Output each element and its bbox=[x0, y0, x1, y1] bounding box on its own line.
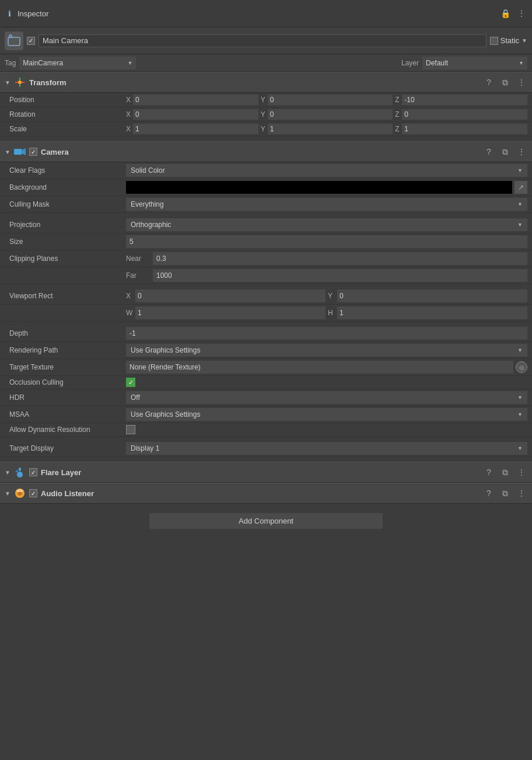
msaa-dropdown[interactable]: Use Graphics Settings ▼ bbox=[126, 408, 527, 421]
projection-dropdown[interactable]: Orthographic ▼ bbox=[126, 218, 527, 231]
header-bar: ℹ Inspector 🔒 ⋮ bbox=[0, 0, 532, 27]
flare-collapse-arrow: ▼ bbox=[5, 469, 10, 476]
target-display-row: Target Display Display 1 ▼ bbox=[0, 440, 532, 457]
transform-sliders-icon[interactable]: ⧉ bbox=[499, 76, 511, 88]
pos-y-label: Y bbox=[261, 96, 267, 104]
size-input[interactable] bbox=[126, 235, 527, 248]
culling-mask-label: Culling Mask bbox=[9, 200, 126, 208]
depth-label: Depth bbox=[9, 329, 126, 337]
vp-x-input[interactable] bbox=[135, 290, 326, 302]
pos-x-input[interactable] bbox=[133, 95, 258, 105]
vp-w-label: W bbox=[126, 309, 134, 317]
target-texture-input[interactable] bbox=[126, 361, 513, 374]
projection-value: Orthographic ▼ bbox=[126, 218, 527, 231]
audio-help-icon[interactable]: ? bbox=[483, 487, 495, 499]
audio-listener-section-header[interactable]: ▼ ✓ Audio Listener ? ⧉ ⋮ bbox=[0, 483, 532, 504]
msaa-label: MSAA bbox=[9, 410, 126, 419]
scale-y-label: Y bbox=[261, 125, 267, 133]
transform-menu-icon[interactable]: ⋮ bbox=[516, 76, 527, 88]
background-color-swatch[interactable] bbox=[126, 181, 512, 194]
scale-x-input[interactable] bbox=[133, 124, 258, 134]
hdr-dropdown[interactable]: Off ▼ bbox=[126, 391, 527, 404]
scale-label: Scale bbox=[9, 125, 126, 133]
audio-listener-enabled-checkbox[interactable]: ✓ bbox=[29, 489, 37, 497]
camera-section-header[interactable]: ▼ ✓ Camera ? ⧉ ⋮ bbox=[0, 141, 532, 162]
far-label: Far bbox=[126, 271, 149, 280]
rotation-value: X Y Z bbox=[126, 109, 527, 120]
target-texture-group: ◎ bbox=[126, 361, 527, 374]
transform-collapse-arrow: ▼ bbox=[5, 79, 10, 86]
culling-mask-value: Everything ▼ bbox=[126, 198, 527, 211]
tag-dropdown[interactable]: MainCamera ▼ bbox=[19, 57, 136, 69]
flare-menu-icon[interactable]: ⋮ bbox=[516, 466, 527, 478]
culling-mask-dropdown[interactable]: Everything ▼ bbox=[126, 198, 527, 211]
camera-enabled-checkbox[interactable]: ✓ bbox=[29, 148, 37, 156]
static-dropdown-arrow[interactable]: ▼ bbox=[522, 37, 527, 44]
viewport-xy-value: X Y bbox=[126, 290, 527, 302]
add-component-button[interactable]: Add Component bbox=[149, 513, 383, 529]
occlusion-culling-row: Occlusion Culling ✓ bbox=[0, 376, 532, 389]
target-display-dropdown[interactable]: Display 1 ▼ bbox=[126, 442, 527, 455]
audio-sliders-icon[interactable]: ⧉ bbox=[499, 487, 511, 499]
scale-y-input[interactable] bbox=[268, 124, 393, 134]
rot-x-input[interactable] bbox=[133, 109, 258, 120]
pos-z-label: Z bbox=[395, 96, 401, 104]
vp-w-input[interactable] bbox=[135, 306, 326, 319]
camera-title: Camera bbox=[41, 148, 69, 156]
object-name-input[interactable] bbox=[38, 34, 487, 47]
target-texture-row: Target Texture ◎ bbox=[0, 359, 532, 376]
background-color-picker[interactable]: ↗ bbox=[514, 181, 527, 194]
info-icon: ℹ bbox=[5, 9, 14, 18]
target-texture-value: ◎ bbox=[126, 361, 527, 374]
svg-marker-8 bbox=[22, 148, 26, 155]
flare-layer-section-header[interactable]: ▼ ✓ Flare Layer ? ⧉ ⋮ bbox=[0, 462, 532, 483]
scale-xyz: X Y Z bbox=[126, 124, 527, 134]
rot-x-label: X bbox=[126, 110, 132, 118]
clear-flags-dropdown[interactable]: Solid Color ▼ bbox=[126, 164, 527, 177]
allow-dynamic-res-checkbox[interactable] bbox=[126, 425, 135, 434]
layer-dropdown[interactable]: Default ▼ bbox=[422, 57, 527, 69]
object-enabled-checkbox[interactable]: ✓ bbox=[27, 37, 35, 45]
svg-rect-7 bbox=[14, 149, 22, 155]
camera-help-icon[interactable]: ? bbox=[483, 146, 495, 158]
audio-listener-title: Audio Listener bbox=[41, 489, 94, 498]
audio-collapse-arrow: ▼ bbox=[5, 490, 10, 497]
camera-sliders-icon[interactable]: ⧉ bbox=[499, 146, 511, 158]
spacer-1 bbox=[0, 137, 532, 141]
vp-y-input[interactable] bbox=[337, 290, 527, 302]
flare-layer-section-actions: ? ⧉ ⋮ bbox=[483, 466, 527, 478]
rotation-label: Rotation bbox=[9, 110, 126, 118]
background-row: Background ↗ bbox=[0, 179, 532, 196]
flare-layer-enabled-checkbox[interactable]: ✓ bbox=[29, 468, 37, 476]
rot-y-input[interactable] bbox=[268, 109, 393, 120]
tag-layer-row: Tag MainCamera ▼ Layer Default ▼ bbox=[0, 54, 532, 72]
viewport-wh-row: W H bbox=[0, 305, 532, 322]
camera-menu-icon[interactable]: ⋮ bbox=[516, 146, 527, 158]
add-component-row: Add Component bbox=[0, 504, 532, 538]
audio-menu-icon[interactable]: ⋮ bbox=[516, 487, 527, 499]
target-texture-picker[interactable]: ◎ bbox=[516, 361, 527, 373]
pos-y-input[interactable] bbox=[268, 95, 393, 105]
transform-section-header[interactable]: ▼ Transform ? ⧉ ⋮ bbox=[0, 72, 532, 93]
allow-dynamic-res-value bbox=[126, 425, 527, 434]
rot-z-input[interactable] bbox=[402, 109, 527, 120]
header-menu-icon[interactable]: ⋮ bbox=[516, 8, 527, 19]
transform-help-icon[interactable]: ? bbox=[483, 76, 495, 88]
lock-icon[interactable]: 🔒 bbox=[499, 8, 511, 19]
occlusion-culling-checkbox[interactable]: ✓ bbox=[126, 378, 135, 387]
flare-sliders-icon[interactable]: ⧉ bbox=[499, 466, 511, 478]
rendering-path-row: Rendering Path Use Graphics Settings ▼ bbox=[0, 342, 532, 359]
vp-h-input[interactable] bbox=[337, 306, 527, 319]
audio-listener-section-actions: ? ⧉ ⋮ bbox=[483, 487, 527, 499]
scale-z-input[interactable] bbox=[402, 124, 527, 134]
rendering-path-dropdown[interactable]: Use Graphics Settings ▼ bbox=[126, 344, 527, 357]
static-checkbox[interactable] bbox=[490, 37, 498, 45]
flare-help-icon[interactable]: ? bbox=[483, 466, 495, 478]
depth-input[interactable] bbox=[126, 327, 527, 340]
vp-h-label: H bbox=[328, 309, 336, 317]
viewport-wh-value: W H bbox=[126, 306, 527, 319]
pos-z-input[interactable] bbox=[402, 95, 527, 105]
far-input[interactable] bbox=[153, 269, 527, 282]
near-input[interactable] bbox=[153, 252, 527, 265]
target-display-value: Display 1 ▼ bbox=[126, 442, 527, 455]
